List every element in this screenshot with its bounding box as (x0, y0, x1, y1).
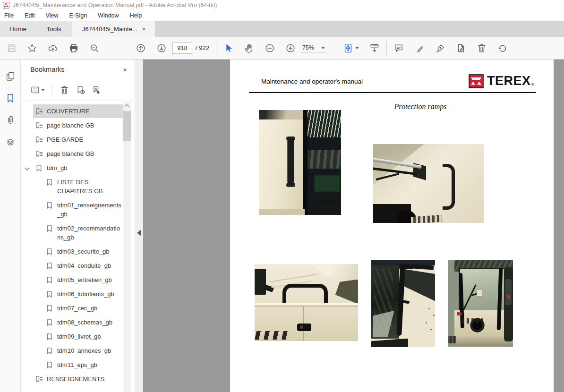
redo-button[interactable] (495, 40, 511, 56)
bookmark-plain-icon (35, 164, 43, 172)
bookmark-label: RENSEIGNEMENTS (47, 375, 104, 383)
fit-page-button[interactable] (340, 40, 356, 56)
bookmark-item[interactable]: tdm06_lubrifiants_gb (43, 287, 125, 301)
bookmark-plain-icon (45, 290, 53, 298)
page-thumbnails-button[interactable] (0, 67, 21, 86)
bookmarks-panel-button[interactable] (0, 89, 21, 108)
new-bookmark-button[interactable] (73, 83, 87, 97)
photo-cab-door-vertical-handle (259, 110, 341, 215)
arrow-down-circle-icon (156, 43, 167, 53)
bookmark-item[interactable]: page blanche GB (33, 147, 125, 161)
chevron-expanded-icon[interactable] (25, 166, 30, 170)
zoom-level-dropdown[interactable]: 75% (300, 43, 327, 52)
attachments-button[interactable] (0, 111, 21, 129)
print-button[interactable] (66, 40, 82, 56)
page-number-input[interactable] (172, 43, 192, 54)
page-header-text: Maintenance and operator's manual (261, 78, 363, 85)
scrolling-mode-button[interactable] (367, 40, 383, 56)
bookmark-item[interactable]: PGE GARDE (33, 133, 125, 146)
menu-view[interactable]: View (46, 12, 59, 19)
menu-esign[interactable]: E-Sign (69, 12, 87, 19)
tab-close-icon[interactable]: × (142, 26, 146, 33)
save-button[interactable] (4, 40, 20, 56)
bookmark-options-button[interactable] (27, 83, 47, 97)
bookmark-item[interactable]: tdm10_annexes_gb (43, 344, 125, 358)
bookmark-icon (5, 93, 16, 103)
tab-tools[interactable]: Tools (36, 21, 72, 37)
chevron-down-icon[interactable] (355, 47, 359, 49)
bookmark-dest-icon (35, 150, 43, 158)
bookmark-item[interactable]: tdm02_recommandations_gb (43, 222, 125, 244)
tab-document[interactable]: J6744045i_Mainte... × (72, 21, 156, 37)
bookmark-item[interactable]: tdm04_conduite_gb (43, 259, 125, 273)
main-toolbar: / 922 75% (0, 37, 564, 60)
menu-window[interactable]: Window (98, 12, 119, 19)
bookmark-item[interactable]: tdm05_entretien_gb (43, 273, 125, 287)
bookmark-item[interactable]: tdm11_eps_gb (43, 358, 125, 372)
menu-bar: File Edit View E-Sign Window Help (0, 10, 564, 21)
hand-tool-button[interactable] (241, 40, 257, 56)
highlight-button[interactable] (411, 40, 427, 56)
bookmark-item[interactable]: tdm08_schemas_gb (43, 315, 125, 329)
find-current-bookmark-button[interactable] (89, 83, 103, 97)
bookmark-item[interactable]: page blanche GB (33, 119, 125, 132)
bookmark-plain-icon (45, 305, 53, 312)
edit-pages-button[interactable] (453, 40, 469, 56)
star-button[interactable] (24, 40, 40, 56)
panel-collapse-strip[interactable] (135, 60, 143, 392)
bookmark-label: tdm_gb (47, 163, 67, 172)
search-button[interactable] (86, 40, 103, 56)
previous-page-button[interactable] (133, 40, 149, 56)
bookmark-label: tdm01_renseignements_gb (57, 201, 123, 219)
layers-button[interactable] (0, 133, 21, 152)
bookmark-label: tdm08_schemas_gb (57, 318, 112, 327)
select-tool-button[interactable] (220, 40, 236, 56)
collapse-panel-icon[interactable] (137, 230, 141, 236)
menu-edit[interactable]: Edit (25, 12, 35, 19)
bookmark-item[interactable]: tdm09_livret_gb (43, 330, 125, 343)
tab-group-left: Home Tools (0, 21, 72, 37)
bookmark-item[interactable]: tdm01_renseignements_gb (43, 198, 125, 221)
bookmark-item[interactable]: tdm07_cec_gb (43, 301, 125, 315)
document-area: Maintenance and operator's manual TEREX … (143, 60, 564, 392)
bookmark-label: LISTE DES CHAPITRES GB (57, 178, 123, 196)
panel-scrollbar[interactable] (123, 102, 131, 392)
menu-file[interactable]: File (4, 12, 14, 19)
delete-bookmark-button[interactable] (57, 83, 71, 97)
share-button[interactable] (45, 40, 61, 56)
bookmark-item[interactable]: tdm_gb (33, 161, 125, 175)
bookmark-item[interactable]: tdm03_securite_gb (43, 245, 125, 258)
photo-cab-pillar-rail (371, 260, 435, 347)
tab-home[interactable]: Home (0, 21, 36, 37)
scroll-up-icon[interactable] (125, 104, 129, 109)
toolbar-divider (216, 41, 216, 55)
delete-pages-button[interactable] (474, 40, 490, 56)
arrow-up-circle-icon (136, 43, 146, 53)
page-caption: Protection ramps (373, 102, 468, 111)
fountain-pen-icon (435, 43, 445, 53)
zoom-in-button[interactable] (282, 40, 299, 56)
bookmark-label: PGE GARDE (47, 135, 83, 144)
scrolling-ruler-icon (369, 43, 380, 53)
panel-close-button[interactable]: × (123, 66, 127, 74)
scrollbar-thumb[interactable] (123, 111, 131, 141)
acrobat-window: J6744045i_Maintenance and Operation Manu… (0, 0, 564, 392)
zoom-level-value: 75% (302, 44, 318, 51)
bookmark-plain-icon (45, 333, 53, 341)
next-page-button[interactable] (154, 40, 170, 56)
comment-button[interactable] (391, 40, 407, 56)
highlighter-icon (414, 43, 425, 53)
page-edit-icon (456, 43, 466, 53)
page-count-label: / 922 (196, 44, 209, 51)
bookmark-tree: COUVERTURE page blanche GB PGE GARDE pag… (21, 102, 135, 392)
zoom-out-button[interactable] (262, 40, 278, 56)
bookmark-label: tdm07_cec_gb (57, 304, 97, 313)
bookmark-item[interactable]: RENSEIGNEMENTS (33, 372, 125, 386)
bookmarks-panel: Bookmarks × COUVERTURE page blanche GB (21, 60, 135, 392)
minus-circle-icon (265, 43, 275, 53)
bookmark-item[interactable]: COUVERTURE (33, 104, 125, 118)
bookmark-item[interactable]: LISTE DES CHAPITRES GB (43, 175, 125, 198)
menu-help[interactable]: Help (130, 12, 142, 19)
sign-button[interactable] (432, 40, 448, 56)
bookmark-plain-icon (45, 225, 53, 232)
